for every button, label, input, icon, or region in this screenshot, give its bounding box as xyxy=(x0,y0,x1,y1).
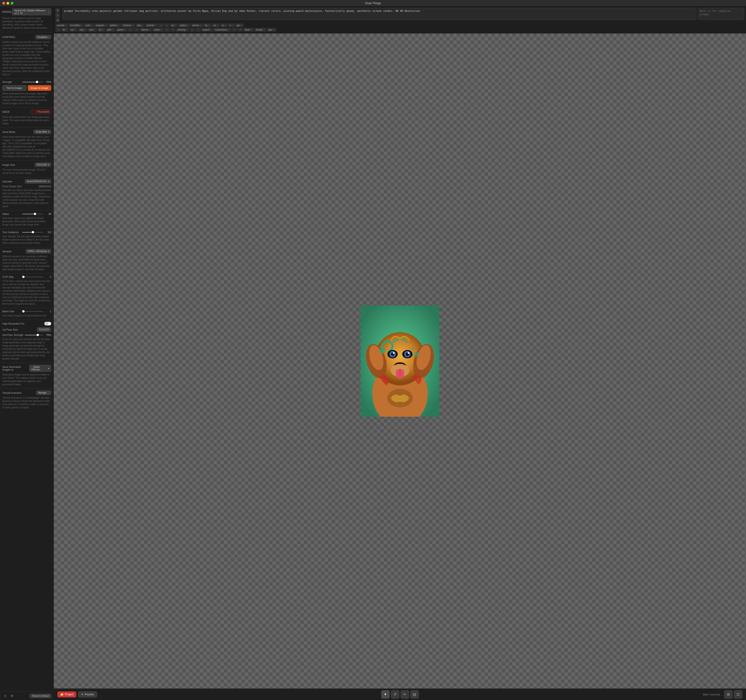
tool-rotate-button[interactable]: ↺ xyxy=(391,690,399,698)
tag-winner[interactable]: winner✕ xyxy=(191,24,203,27)
strength-thumb[interactable] xyxy=(36,81,38,83)
tool-select-button[interactable]: ✦ xyxy=(381,690,390,698)
tag-kil[interactable]: kil✕ xyxy=(62,28,69,32)
chevron-down-icon: ▾ xyxy=(48,131,49,133)
clip-skip-row: CLIP Skip 1 xyxy=(0,275,54,279)
textual-inversion-button[interactable]: Manage ... xyxy=(36,391,51,395)
batch-size-thumb[interactable] xyxy=(22,310,24,312)
sampler-dropdown[interactable]: DPM++ 2M Karras ▾ xyxy=(26,249,51,254)
tag-empty11[interactable]: ✕ xyxy=(238,28,243,32)
clip-skip-slider[interactable] xyxy=(22,276,43,277)
tag-empty9[interactable]: ✕ xyxy=(196,28,200,32)
text-guidance-thumb[interactable] xyxy=(32,231,34,233)
fullscreen-button[interactable] xyxy=(11,2,14,5)
tag-empty10[interactable]: ✕ xyxy=(232,28,237,32)
info-button[interactable]: ℹ xyxy=(2,693,8,698)
prompt-area: ⊞ ⊡ ⊠ prompt Incredibly cute majestic go… xyxy=(54,6,746,33)
tag-station[interactable]: station✕ xyxy=(178,24,190,27)
reset-button[interactable]: Reset to Default xyxy=(30,694,51,698)
second-pass-thumb[interactable] xyxy=(37,334,39,336)
tag-retriever[interactable]: retriever✕ xyxy=(121,24,135,27)
clip-skip-thumb[interactable] xyxy=(22,276,24,278)
tag-and[interactable]: and✕ xyxy=(88,28,97,32)
tag-colors[interactable]: colors✕ xyxy=(152,28,164,32)
seed-label: Seed xyxy=(2,110,10,113)
tag-portrait[interactable]: portrait✕ xyxy=(145,24,158,27)
divider xyxy=(0,128,54,128)
generated-image xyxy=(361,306,439,417)
tag-golden[interactable]: golden✕ xyxy=(108,24,121,27)
second-pass-slider[interactable] xyxy=(25,335,43,335)
image-size-dropdown[interactable]: 640x1280 ▾ xyxy=(35,162,51,167)
upscaler-dropdown[interactable]: Real-ESRGAN X4+ ▾ xyxy=(25,179,51,183)
save-dropdown[interactable]: ...Stable Diffusion ▾ xyxy=(29,365,51,372)
first-pass-dropdown[interactable]: 512x1024 xyxy=(37,327,51,332)
strength-slider[interactable] xyxy=(22,82,43,83)
tag-masterpiece[interactable]: masterpiece✕ xyxy=(213,28,231,32)
tag-icon-3[interactable]: ⊠ xyxy=(56,18,60,22)
tag-empty8[interactable]: ✕ xyxy=(190,28,195,32)
window-controls[interactable] xyxy=(2,2,14,5)
close-button[interactable] xyxy=(2,2,5,5)
tag-vic[interactable]: vic✕ xyxy=(212,24,220,27)
tag-art[interactable]: art✕ xyxy=(170,24,178,27)
strength-label: Strength xyxy=(2,81,21,83)
tag-empty7[interactable]: ✕ xyxy=(170,28,175,32)
text-to-image-button[interactable]: Text to Image xyxy=(2,85,26,91)
second-pass-label: 2nd Pass Strength xyxy=(2,333,23,336)
control-dropdown[interactable]: Disabled ▾ xyxy=(35,35,51,39)
seed-mode-dropdown[interactable]: Scale Alike ▾ xyxy=(33,130,51,134)
model-dropdown[interactable]: Hybrid HD (Stable Diffusion v2.1 76 ... … xyxy=(12,8,51,15)
text-guidance-slider[interactable] xyxy=(22,232,43,233)
tag-jake[interactable]: jake✕ xyxy=(106,28,115,32)
batch-size-description: How many images to be generated at once. xyxy=(0,314,54,319)
tag-empty2[interactable]: ✕ xyxy=(164,24,169,27)
tag-by[interactable]: by✕ xyxy=(204,24,211,27)
tag-vibrant[interactable]: vibrant✕ xyxy=(140,28,152,32)
image-to-image-button[interactable]: Image to Image xyxy=(28,85,51,91)
tool-menu-button[interactable]: ▤ xyxy=(411,690,419,698)
upscaler-description: Upscaler can help to generate visually p… xyxy=(0,188,54,209)
tag-empty4[interactable]: ✕ xyxy=(128,28,133,32)
tag-gau[interactable]: gau✕ xyxy=(267,28,276,32)
canvas-area xyxy=(54,33,746,688)
tag-fanta[interactable]: fanta✕ xyxy=(244,28,254,32)
tag-gai[interactable]: gai✕ xyxy=(235,24,244,27)
tag-empty1[interactable]: ✕ xyxy=(158,24,164,27)
tag-eng[interactable]: eng✕ xyxy=(78,28,87,32)
batch-size-slider[interactable] xyxy=(22,311,43,312)
settings-button[interactable]: ⚙ xyxy=(9,693,15,698)
bottom-right-icon-1[interactable]: ⊞ xyxy=(724,690,732,698)
minimize-button[interactable] xyxy=(6,2,9,5)
tag-majestic[interactable]: majestic✕ xyxy=(94,24,108,27)
positive-prompt-input[interactable]: prompt Incredibly cute majestic golden r… xyxy=(62,8,696,20)
tag-n[interactable]: n✕ xyxy=(228,24,235,27)
negative-prompt-input[interactable] xyxy=(698,8,744,20)
tag-empty5[interactable]: ✕ xyxy=(134,28,139,32)
tag-empty3[interactable]: ✕ xyxy=(56,28,61,32)
steps-slider[interactable] xyxy=(22,214,43,214)
tag-prompt[interactable]: prompt✕ xyxy=(56,24,68,27)
tag-incredibly[interactable]: incredibly✕ xyxy=(69,24,83,27)
tag-ian[interactable]: ian✕ xyxy=(69,28,77,32)
bottom-right-icon-2[interactable]: ⊡ xyxy=(734,690,742,698)
steps-thumb[interactable] xyxy=(34,213,36,215)
tag-dog[interactable]: dog✕ xyxy=(136,24,145,27)
tool-draw-button[interactable]: ✏ xyxy=(401,690,409,698)
tag-winning[interactable]: winning✕ xyxy=(176,28,189,32)
tag-by2[interactable]: by✕ xyxy=(98,28,105,32)
tag-icon-1[interactable]: ⊞ xyxy=(56,8,60,12)
seed-input[interactable] xyxy=(30,110,51,114)
tag-to[interactable]: to✕ xyxy=(221,24,227,27)
presets-button[interactable]: ✦ Presets xyxy=(78,691,97,697)
tag-award[interactable]: award✕ xyxy=(201,28,213,32)
project-button[interactable]: 📁 Project xyxy=(57,691,76,697)
tag-empty6[interactable]: ✕ xyxy=(164,28,170,32)
hi-res-toggle[interactable] xyxy=(44,322,51,326)
tag-parker[interactable]: parker✕ xyxy=(116,28,127,32)
tag-cute[interactable]: cute✕ xyxy=(84,24,93,27)
textual-inversion-row: Textual Inversion Manage ... xyxy=(0,390,54,396)
final-output-value: 2560x5120 xyxy=(39,185,51,188)
tag-icon-2[interactable]: ⊡ xyxy=(56,13,60,17)
tag-stically[interactable]: stically✕ xyxy=(254,28,266,32)
